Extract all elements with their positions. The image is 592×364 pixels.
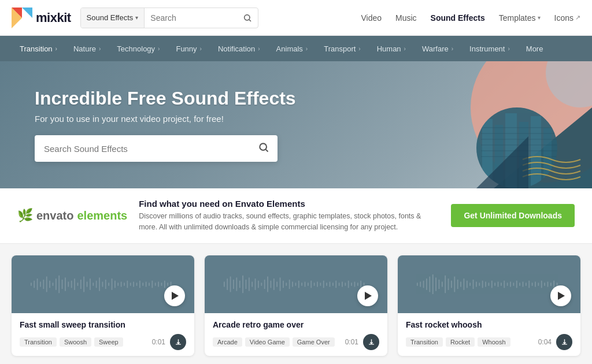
category-bar: Transition › Nature › Technology › Funny… xyxy=(0,36,592,61)
card-tags-3: Transition Rocket Whoosh xyxy=(406,337,510,347)
category-nature[interactable]: Nature › xyxy=(65,36,109,61)
main-nav: Video Music Sound Effects Templates ▾ Ic… xyxy=(361,13,580,23)
svg-rect-119 xyxy=(417,283,418,285)
svg-rect-147 xyxy=(504,280,505,288)
category-notification[interactable]: Notification › xyxy=(210,36,268,61)
category-human[interactable]: Human › xyxy=(369,36,414,61)
tag-rocket-3[interactable]: Rocket xyxy=(446,337,475,347)
nav-video[interactable]: Video xyxy=(361,13,382,23)
svg-rect-100 xyxy=(310,280,312,288)
cat-arrow-icon: › xyxy=(99,46,101,52)
hero-decorative-art xyxy=(349,61,592,188)
tag-transition-1[interactable]: Transition xyxy=(20,337,57,347)
svg-rect-28 xyxy=(40,281,41,287)
card-footer-3: Transition Rocket Whoosh 0:04 xyxy=(406,334,572,350)
svg-rect-103 xyxy=(320,283,321,285)
svg-line-4 xyxy=(249,20,251,21)
nav-templates[interactable]: Templates ▾ xyxy=(499,13,541,23)
download-button-3[interactable] xyxy=(556,334,572,350)
download-icon-2 xyxy=(368,338,375,346)
svg-rect-35 xyxy=(61,279,62,288)
svg-rect-66 xyxy=(158,281,159,287)
nav-icons[interactable]: Icons ↗ xyxy=(554,13,580,23)
svg-rect-29 xyxy=(43,279,44,288)
svg-rect-74 xyxy=(230,276,231,292)
card-meta-1: 0:01 xyxy=(152,334,186,350)
play-icon-3 xyxy=(558,292,565,300)
category-instrument[interactable]: Instrument › xyxy=(461,36,518,61)
logo-text: mixkit xyxy=(36,10,71,25)
svg-rect-156 xyxy=(531,283,532,285)
get-unlimited-downloads-button[interactable]: Get Unlimited Downloads xyxy=(451,204,575,227)
svg-rect-56 xyxy=(127,280,128,288)
category-animals[interactable]: Animals › xyxy=(268,36,316,61)
sound-card-2: Arcade retro game over Arcade Video Game… xyxy=(205,255,387,356)
svg-rect-50 xyxy=(108,283,109,285)
category-technology[interactable]: Technology › xyxy=(109,36,168,61)
card-title-3: Fast rocket whoosh xyxy=(406,320,572,329)
tag-whoosh-3[interactable]: Whoosh xyxy=(478,337,510,347)
svg-rect-92 xyxy=(286,283,287,285)
svg-rect-76 xyxy=(236,277,237,291)
cat-arrow-icon: › xyxy=(452,46,453,52)
svg-rect-112 xyxy=(348,280,349,288)
svg-rect-93 xyxy=(288,279,290,288)
category-transition[interactable]: Transition › xyxy=(12,36,65,61)
tag-gameover-2[interactable]: Game Over xyxy=(293,337,335,347)
nav-music[interactable]: Music xyxy=(395,13,417,23)
svg-rect-164 xyxy=(556,283,557,285)
tag-videogame-2[interactable]: Video Game xyxy=(245,337,290,347)
search-button[interactable] xyxy=(237,13,258,23)
hero-search-input[interactable] xyxy=(35,144,250,154)
svg-rect-133 xyxy=(460,281,461,287)
svg-marker-1 xyxy=(22,8,32,18)
svg-rect-138 xyxy=(476,281,477,287)
search-input[interactable] xyxy=(145,13,237,23)
play-button-2[interactable] xyxy=(357,285,378,306)
svg-rect-84 xyxy=(261,283,262,285)
logo[interactable]: mixkit xyxy=(12,8,71,28)
tag-arcade-2[interactable]: Arcade xyxy=(213,337,242,347)
download-icon-1 xyxy=(175,338,182,346)
tag-transition-3[interactable]: Transition xyxy=(406,337,443,347)
hero-section: Incredible Free Sound Effects For you to… xyxy=(0,61,592,188)
card-info-3: Fast rocket whoosh Transition Rocket Who… xyxy=(398,313,580,356)
play-button-1[interactable] xyxy=(164,285,185,306)
svg-rect-129 xyxy=(447,278,449,290)
download-button-1[interactable] xyxy=(170,334,186,350)
hero-search-button[interactable] xyxy=(250,142,278,156)
category-funny[interactable]: Funny › xyxy=(168,36,209,61)
category-more[interactable]: More xyxy=(518,36,552,61)
svg-rect-57 xyxy=(130,283,131,285)
svg-rect-49 xyxy=(105,279,106,288)
svg-rect-40 xyxy=(77,283,78,285)
external-link-icon: ↗ xyxy=(575,14,580,21)
svg-rect-104 xyxy=(323,280,324,288)
category-transport[interactable]: Transport › xyxy=(316,36,369,61)
svg-rect-154 xyxy=(526,283,527,285)
category-warfare[interactable]: Warfare › xyxy=(414,36,461,61)
svg-rect-90 xyxy=(279,277,280,291)
svg-rect-121 xyxy=(423,280,424,288)
tag-swoosh-1[interactable]: Swoosh xyxy=(60,337,91,347)
svg-rect-78 xyxy=(242,275,243,292)
play-button-3[interactable] xyxy=(550,285,571,306)
svg-rect-135 xyxy=(467,280,468,288)
svg-rect-47 xyxy=(99,277,100,291)
svg-rect-159 xyxy=(541,280,542,288)
svg-rect-86 xyxy=(267,276,268,292)
nav-sound-effects[interactable]: Sound Effects xyxy=(431,13,485,23)
svg-rect-43 xyxy=(86,281,87,287)
svg-rect-163 xyxy=(553,280,554,288)
search-type-dropdown[interactable]: Sound Effects ▾ xyxy=(81,8,145,28)
hero-search-bar xyxy=(35,135,278,162)
svg-rect-88 xyxy=(273,278,275,290)
svg-rect-48 xyxy=(102,281,103,287)
search-icon xyxy=(243,13,252,23)
cat-arrow-icon: › xyxy=(358,46,360,52)
tag-sweep-1[interactable]: Sweep xyxy=(94,337,123,347)
site-header: mixkit Sound Effects ▾ Video Music Sound… xyxy=(0,0,592,36)
download-button-2[interactable] xyxy=(363,334,379,350)
svg-rect-85 xyxy=(264,279,265,288)
svg-rect-116 xyxy=(360,280,361,288)
